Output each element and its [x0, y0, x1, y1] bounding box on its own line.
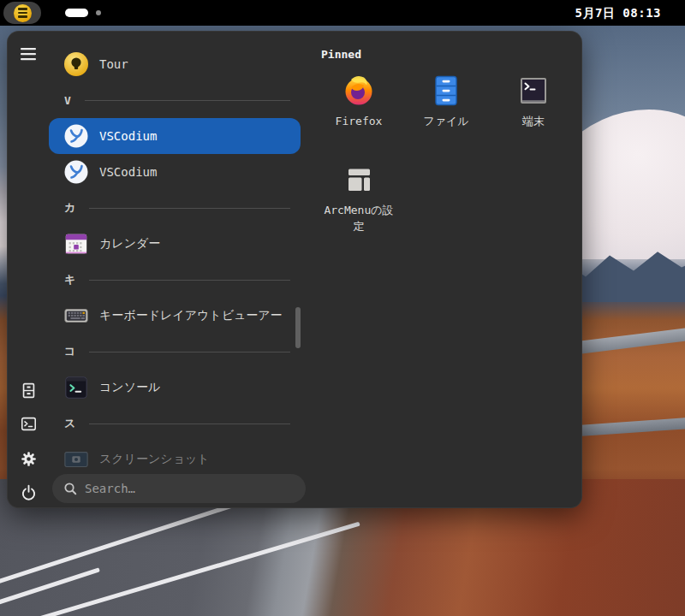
vscodium-icon: [63, 158, 90, 186]
app-item-label: カレンダー: [99, 236, 160, 252]
terminal-shortcut-button[interactable]: [15, 410, 42, 437]
top-panel: 5月7日 08:13: [0, 0, 685, 26]
clock[interactable]: 5月7日 08:13: [575, 0, 661, 26]
console-icon: [63, 374, 90, 401]
app-item-label: キーボードレイアウトビューアー: [99, 308, 283, 323]
documents-shortcut-button[interactable]: [15, 376, 42, 404]
power-button[interactable]: [15, 478, 42, 506]
pinned-item-files[interactable]: ファイル: [403, 68, 489, 153]
workspace-indicator-active[interactable]: [65, 9, 88, 17]
pinned-item-label: ファイル: [423, 114, 468, 130]
application-list: Tour V VSCodium: [49, 46, 307, 477]
section-header-ka: カ: [49, 190, 307, 226]
vscodium-icon: [63, 122, 90, 150]
power-icon: [21, 484, 37, 500]
search-input[interactable]: [85, 482, 282, 495]
wallpaper-road-near: [572, 416, 685, 436]
firefox-icon: [342, 74, 375, 107]
terminal-icon: [517, 74, 550, 107]
desktop-screen: 5月7日 08:13: [0, 0, 685, 616]
search-icon: [63, 482, 78, 496]
list-scrollbar[interactable]: [295, 307, 301, 348]
arcmenu-popup: Tour V VSCodium: [7, 31, 582, 508]
hamburger-icon: [21, 47, 36, 61]
keyboard-icon: [63, 302, 90, 329]
section-header-v: V: [49, 82, 307, 118]
app-item-label: VSCodium: [99, 129, 157, 143]
search-bar[interactable]: [52, 474, 306, 503]
arcmenu-icon: [14, 4, 32, 22]
app-item-calendar[interactable]: カレンダー: [49, 226, 301, 262]
app-item-label: コンソール: [99, 380, 160, 395]
pinned-item-label: ArcMenuの設定: [319, 203, 398, 235]
app-item-tour[interactable]: Tour: [49, 46, 301, 82]
app-item-vscodium-selected[interactable]: VSCodium: [49, 118, 301, 154]
road-lane-marking: [0, 503, 235, 586]
settings-button[interactable]: [15, 445, 42, 472]
pinned-grid: Firefox ファイル: [316, 68, 581, 242]
app-item-keyboard-viewer[interactable]: キーボードレイアウトビューアー: [49, 298, 301, 334]
pinned-item-terminal[interactable]: 端末: [491, 68, 576, 153]
app-item-label: スクリーンショット: [99, 452, 210, 467]
wallpaper-road-far: [572, 325, 685, 354]
hamburger-button[interactable]: [15, 40, 42, 68]
section-header-ki: キ: [49, 262, 307, 298]
section-header-ko: コ: [49, 334, 307, 370]
screenshot-icon: [63, 446, 90, 473]
pinned-item-label: Firefox: [336, 114, 383, 130]
pinned-item-firefox[interactable]: Firefox: [316, 68, 402, 153]
tour-icon: [63, 50, 90, 78]
arcmenu-panel-button[interactable]: [3, 2, 41, 24]
section-header-su: ス: [49, 406, 307, 441]
pinned-section-title: Pinned: [321, 48, 361, 61]
road-lane-marking: [39, 522, 360, 616]
terminal-icon: [21, 416, 37, 432]
workspace-indicator-inactive[interactable]: [96, 10, 101, 15]
app-item-label: VSCodium: [99, 165, 157, 179]
calendar-icon: [63, 230, 90, 258]
pinned-item-label: 端末: [522, 114, 545, 130]
pinned-item-arcmenu-settings[interactable]: ArcMenuの設定: [316, 157, 402, 242]
app-item-label: Tour: [99, 57, 128, 71]
app-item-screenshot[interactable]: スクリーンショット: [49, 441, 301, 477]
workspace-indicators: [65, 9, 101, 17]
files-icon: [430, 74, 462, 107]
app-item-console[interactable]: コンソール: [49, 370, 301, 406]
arcmenu-settings-icon: [342, 163, 375, 196]
app-item-vscodium[interactable]: VSCodium: [49, 154, 301, 190]
documents-icon: [21, 382, 37, 399]
gear-icon: [21, 451, 37, 467]
